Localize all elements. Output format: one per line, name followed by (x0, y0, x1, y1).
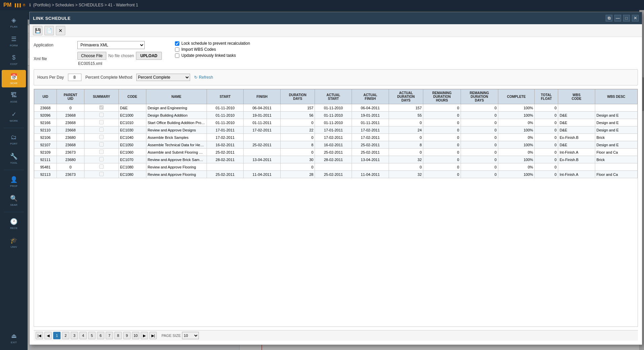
page-10-btn[interactable]: 10 (132, 332, 139, 339)
modal-close-btn[interactable]: ✕ (632, 15, 639, 22)
table-row: 92166 23668 EC1010 Start Office Building… (34, 119, 638, 126)
form-top: Application Primavera XML Xml file Choos… (34, 41, 638, 66)
sidebar-item-university[interactable]: 🎓 UNIV (2, 234, 26, 251)
sidebar-item-work[interactable]: ✓ WORK (2, 108, 26, 125)
upload-button[interactable]: UPLOAD (136, 52, 162, 60)
cell-act-finish: 19-01-2011 (352, 112, 389, 119)
page-9-btn[interactable]: 9 (123, 332, 131, 339)
cell-complete: 0% (498, 119, 534, 126)
page-6-btn[interactable]: 6 (97, 332, 104, 339)
percent-label: Percent Complete Method (85, 75, 132, 80)
page-2-btn[interactable]: 2 (62, 332, 69, 339)
sidebar-item-recent[interactable]: 🕐 RECE (2, 215, 26, 232)
cell-complete: 100% (498, 112, 534, 119)
cell-dur-days: 22 (280, 126, 315, 134)
import-wbs-checkbox[interactable] (175, 47, 179, 52)
cell-wbs-desc (595, 163, 637, 171)
modal-minimize-btn[interactable]: — (614, 15, 621, 22)
page-5-btn[interactable]: 5 (88, 332, 96, 339)
cell-act-dur-days: 0 (389, 163, 423, 171)
cell-wbs-desc: Brick (595, 156, 637, 163)
col-complete: COMPLETE (498, 89, 534, 104)
sidebar-item-form[interactable]: ☰ FORM (2, 32, 26, 50)
col-total-float: TOTALFLOAT (535, 89, 558, 104)
cell-total-float: 0 (535, 149, 558, 156)
table-row: 92096 23668 EC1000 Design Building Addit… (34, 112, 638, 119)
modal-maximize-btn[interactable]: □ (623, 15, 630, 22)
page-8-btn[interactable]: 8 (114, 332, 122, 339)
table-header-row: UID PARENTUID SUMMARY CODE NAME START FI… (34, 89, 638, 104)
sidebar-item-portfolio[interactable]: 🗂 PORT (2, 131, 26, 148)
data-table-container[interactable]: UID PARENTUID SUMMARY CODE NAME START FI… (34, 89, 638, 327)
cell-rem-dur-hrs: 0 (423, 112, 461, 119)
page-first-btn[interactable]: |◀ (36, 332, 43, 339)
info-icon[interactable]: ℹ (29, 3, 31, 7)
sidebar-label-cost: COST (10, 63, 17, 66)
cell-complete: 0% (498, 134, 534, 141)
percent-select[interactable]: Percent Complete (136, 74, 190, 81)
cell-act-start: 28-02-2011 (315, 156, 352, 163)
cell-start: 28-02-2011 (207, 156, 244, 163)
modal-controls: ⧉ — □ ✕ (606, 15, 639, 22)
cell-uid: 92113 (34, 171, 57, 178)
col-finish: FINISH (244, 89, 281, 104)
cell-wbs-code: D&E (558, 126, 595, 134)
cell-total-float: 0 (535, 134, 558, 141)
sidebar-item-exit[interactable]: ⏏ EXIT (2, 329, 26, 347)
sidebar-divider (4, 128, 24, 128)
cell-wbs-desc: Design and E (595, 119, 637, 126)
page-size-select[interactable]: 10 25 50 (182, 332, 199, 339)
page-next-btn[interactable]: ▶ (141, 332, 148, 339)
cell-dur-days: 56 (280, 112, 315, 119)
page-3-btn[interactable]: 3 (71, 332, 78, 339)
cell-uid: 92111 (34, 156, 57, 163)
cell-finish: 19-01-2011 (244, 112, 281, 119)
page-4-btn[interactable]: 4 (79, 332, 87, 339)
sidebar-label-university: UNIV (10, 245, 17, 248)
cell-parent-uid: 23673 (57, 171, 84, 178)
cell-finish: 06-04-2011 (244, 104, 281, 112)
sidebar-label-asset: ASSE (10, 100, 17, 103)
page-7-btn[interactable]: 7 (106, 332, 113, 339)
sidebar-item-schedule[interactable]: 📅 SCHE (2, 70, 26, 87)
sidebar-label-schedule: SCHE (10, 82, 17, 85)
cell-rem-dur-hrs: 0 (423, 126, 461, 134)
application-select[interactable]: Primavera XML (77, 41, 145, 49)
cell-start: 17-02-2011 (207, 134, 244, 141)
refresh-button[interactable]: ↻ Refresh (194, 75, 213, 80)
cell-complete: 100% (498, 156, 534, 163)
page-prev-btn[interactable]: ◀ (44, 332, 52, 339)
sidebar-item-profile[interactable]: 👤 PROF (2, 173, 26, 190)
table-row: 92113 23673 EC1080 Review and Approve Fl… (34, 171, 638, 178)
lock-checkbox[interactable] (175, 41, 179, 46)
cell-start: 25-02-2011 (207, 171, 244, 178)
sidebar-item-cost[interactable]: $ COST (2, 51, 26, 69)
cell-name: Review and Approve Flooring (146, 163, 207, 171)
sidebar: ◈ PLAN ☰ FORM $ COST 📅 SCHE 🏗 ASSE ✓ WOR… (0, 10, 28, 350)
update-checkbox-row: Update previously linked tasks (175, 53, 638, 58)
cell-finish: 13-04-2011 (244, 156, 281, 163)
cell-name: Design Building Addition (146, 112, 207, 119)
modal-restore-btn[interactable]: ⧉ (606, 15, 612, 22)
save-button[interactable]: 💾 (33, 26, 42, 35)
close-button[interactable]: ✕ (56, 26, 65, 35)
cell-wbs-desc: Design and E (595, 112, 637, 119)
sidebar-item-asset[interactable]: 🏗 ASSE (2, 89, 26, 106)
refresh-label: Refresh (199, 75, 213, 80)
page-1-btn[interactable]: 1 (53, 332, 61, 339)
choose-file-button[interactable]: Choose File (77, 52, 106, 60)
cell-parent-uid: 0 (57, 104, 84, 112)
sidebar-item-search[interactable]: 🔍 SEAR (2, 192, 26, 209)
new-button[interactable]: 📄 (44, 26, 54, 35)
sidebar-item-plan[interactable]: ◈ PLAN (2, 13, 26, 31)
cell-summary (84, 171, 118, 178)
update-checkbox[interactable] (175, 53, 179, 58)
sidebar-label-tools: TOOL (10, 161, 17, 164)
table-row: 92107 23668 EC1050 Assemble Technical Da… (34, 141, 638, 149)
cell-summary (84, 112, 118, 119)
hours-input[interactable] (68, 74, 81, 81)
page-last-btn[interactable]: ▶| (149, 332, 157, 339)
cell-summary (84, 141, 118, 149)
sidebar-item-tools[interactable]: 🔧 TOOL (2, 150, 26, 167)
cell-act-finish: 25-02-2011 (352, 149, 389, 156)
